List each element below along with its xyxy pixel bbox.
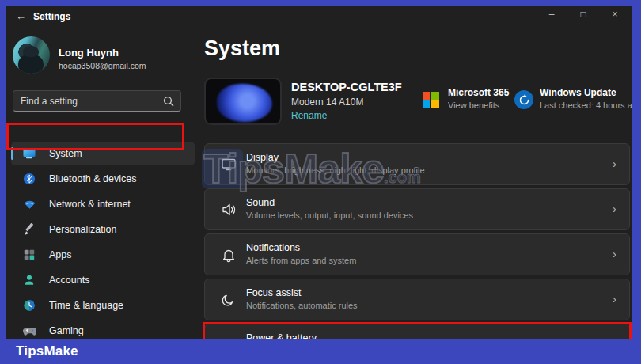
sidebar-item-time-language[interactable]: Time & language [11, 294, 195, 317]
profile-email: hocap3508@gmail.com [59, 61, 146, 70]
maximize-button[interactable]: □ [578, 9, 589, 20]
device-model: Modern 14 A10M [291, 97, 363, 108]
display-icon [220, 156, 237, 173]
sidebar-item-label: Network & internet [49, 199, 131, 210]
titlebar: ← Settings – □ × [6, 6, 632, 30]
accounts-person-icon [22, 273, 36, 287]
chevron-right-icon: › [613, 247, 616, 260]
sidebar-item-label: Accounts [49, 275, 89, 286]
row-title: Focus assist [246, 287, 301, 298]
sidebar-item-label: Time & language [49, 300, 123, 311]
device-name: DESKTOP-CGLTE3F [291, 81, 402, 93]
windows-update-refresh-icon [514, 90, 533, 109]
focus-assist-moon-icon [220, 291, 237, 309]
settings-window: ← Settings – □ × Long Huynh hocap3508@gm… [6, 6, 632, 339]
avatar[interactable] [13, 36, 50, 74]
row-display[interactable]: Display Monitors, brightness, night ligh… [204, 143, 630, 185]
row-title: Notifications [246, 242, 300, 253]
chevron-right-icon: › [613, 292, 616, 305]
device-thumbnail [204, 78, 282, 125]
sidebar-item-bluetooth[interactable]: Bluetooth & devices [11, 167, 195, 191]
search-input[interactable] [21, 92, 159, 110]
main-content: System DESKTOP-CGLTE3F Modern 14 A10M Re… [204, 30, 632, 339]
row-power-battery[interactable]: Power & battery › [204, 324, 630, 339]
system-monitor-icon [22, 146, 36, 161]
settings-rows: Display Monitors, brightness, night ligh… [204, 143, 630, 339]
row-notifications[interactable]: Notifications Alerts from apps and syste… [204, 233, 630, 275]
windows-update-subtitle: Last checked: 4 hours ago [540, 100, 632, 110]
row-subtitle: Monitors, brightness, night light, displ… [246, 165, 425, 175]
screenshot-frame: ← Settings – □ × Long Huynh hocap3508@gm… [0, 0, 641, 364]
network-wifi-icon [22, 197, 36, 211]
windows-update-title: Windows Update [540, 87, 616, 98]
sidebar-item-apps[interactable]: Apps [11, 243, 195, 267]
sidebar-item-personalization[interactable]: Personalization [11, 218, 195, 241]
back-arrow-icon[interactable]: ← [16, 10, 26, 22]
close-button[interactable]: × [609, 9, 620, 20]
notifications-bell-icon [220, 246, 237, 264]
sidebar-item-label: Personalization [49, 224, 116, 235]
footer-brand-text: TipsMake [16, 343, 78, 359]
sidebar-item-label: Apps [49, 249, 72, 260]
sidebar-item-accounts[interactable]: Accounts [11, 268, 195, 292]
sidebar-item-network[interactable]: Network & internet [11, 192, 195, 216]
footer-bar: TipsMake [0, 339, 641, 364]
row-title: Display [246, 152, 279, 163]
chevron-right-icon: › [613, 202, 616, 215]
row-subtitle: Alerts from apps and system [246, 256, 356, 265]
search-icon [163, 96, 174, 107]
time-language-clock-icon [22, 298, 36, 313]
rename-link[interactable]: Rename [291, 110, 327, 121]
page-title: System [204, 36, 280, 61]
sound-speaker-icon [220, 201, 237, 218]
personalization-brush-icon [22, 222, 36, 237]
profile-name: Long Huynh [59, 47, 119, 59]
row-title: Power & battery [246, 332, 317, 339]
microsoft-365-title: Microsoft 365 [448, 87, 509, 98]
window-controls: – □ × [546, 9, 620, 20]
minimize-button[interactable]: – [546, 9, 557, 20]
sidebar-nav: System Bluetooth & devices [11, 142, 195, 339]
sidebar-item-label: System [49, 148, 82, 159]
sidebar-item-gaming[interactable]: Gaming [11, 319, 195, 339]
sidebar: Long Huynh hocap3508@gmail.com [6, 30, 199, 339]
search-box[interactable] [13, 90, 181, 112]
row-subtitle: Volume levels, output, input, sound devi… [246, 210, 413, 220]
gaming-controller-icon [22, 324, 36, 338]
row-focus-assist[interactable]: Focus assist Notifications, automatic ru… [204, 279, 630, 320]
row-sound[interactable]: Sound Volume levels, output, input, soun… [204, 188, 630, 230]
window-title: Settings [33, 11, 70, 22]
row-title: Sound [246, 197, 275, 208]
bluetooth-icon [22, 172, 36, 186]
apps-grid-icon [22, 248, 36, 262]
sidebar-item-label: Gaming [49, 325, 84, 336]
chevron-right-icon: › [613, 157, 616, 170]
sidebar-item-label: Bluetooth & devices [49, 173, 137, 184]
row-subtitle: Notifications, automatic rules [246, 301, 358, 310]
microsoft-logo-icon [423, 92, 439, 108]
microsoft-365-subtitle: View benefits [448, 100, 499, 110]
sidebar-item-system[interactable]: System [11, 142, 195, 165]
